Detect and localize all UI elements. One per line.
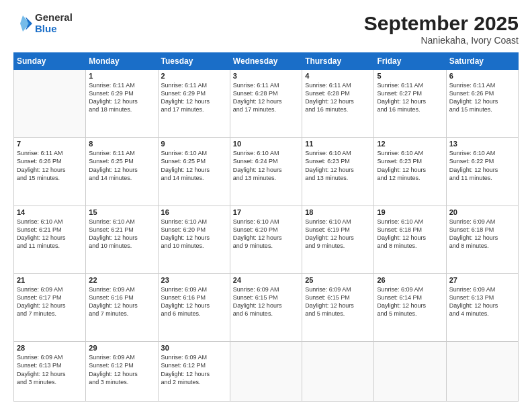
day-number: 8 bbox=[89, 140, 154, 148]
day-content: Sunrise: 6:10 AMSunset: 6:20 PMDaylight:… bbox=[161, 218, 227, 250]
table-row: 22Sunrise: 6:09 AMSunset: 6:16 PMDayligh… bbox=[86, 273, 158, 341]
table-row: 11Sunrise: 6:10 AMSunset: 6:23 PMDayligh… bbox=[302, 138, 374, 205]
day-number: 18 bbox=[305, 208, 371, 216]
table-row: 3Sunrise: 6:11 AMSunset: 6:28 PMDaylight… bbox=[230, 70, 302, 138]
header-saturday: Saturday bbox=[446, 53, 518, 70]
day-content: Sunrise: 6:11 AMSunset: 6:28 PMDaylight:… bbox=[305, 81, 371, 114]
table-row: 8Sunrise: 6:11 AMSunset: 6:25 PMDaylight… bbox=[86, 138, 158, 205]
day-content: Sunrise: 6:09 AMSunset: 6:16 PMDaylight:… bbox=[161, 285, 227, 318]
day-number: 1 bbox=[89, 72, 154, 80]
table-row bbox=[446, 342, 518, 402]
day-number: 2 bbox=[161, 72, 227, 80]
day-number: 17 bbox=[233, 208, 299, 216]
day-content: Sunrise: 6:09 AMSunset: 6:12 PMDaylight:… bbox=[161, 353, 227, 386]
header-thursday: Thursday bbox=[302, 53, 374, 70]
header-friday: Friday bbox=[374, 53, 446, 70]
day-content: Sunrise: 6:10 AMSunset: 6:25 PMDaylight:… bbox=[161, 149, 227, 182]
table-row: 29Sunrise: 6:09 AMSunset: 6:12 PMDayligh… bbox=[86, 342, 158, 402]
day-content: Sunrise: 6:10 AMSunset: 6:22 PMDaylight:… bbox=[449, 149, 515, 182]
day-number: 29 bbox=[89, 344, 154, 352]
table-row: 26Sunrise: 6:09 AMSunset: 6:14 PMDayligh… bbox=[374, 273, 446, 341]
day-number: 26 bbox=[377, 276, 443, 284]
header-monday: Monday bbox=[86, 53, 158, 70]
day-number: 19 bbox=[377, 208, 443, 216]
table-row: 24Sunrise: 6:09 AMSunset: 6:15 PMDayligh… bbox=[230, 273, 302, 341]
day-number: 22 bbox=[89, 276, 154, 284]
day-number: 16 bbox=[161, 208, 227, 216]
day-content: Sunrise: 6:11 AMSunset: 6:26 PMDaylight:… bbox=[449, 81, 515, 114]
day-number: 27 bbox=[449, 276, 515, 284]
day-content: Sunrise: 6:10 AMSunset: 6:21 PMDaylight:… bbox=[17, 218, 83, 250]
day-content: Sunrise: 6:09 AMSunset: 6:15 PMDaylight:… bbox=[233, 285, 299, 318]
day-content: Sunrise: 6:11 AMSunset: 6:25 PMDaylight:… bbox=[89, 149, 154, 182]
day-content: Sunrise: 6:10 AMSunset: 6:23 PMDaylight:… bbox=[305, 149, 371, 182]
day-number: 21 bbox=[17, 276, 83, 284]
day-content: Sunrise: 6:10 AMSunset: 6:21 PMDaylight:… bbox=[89, 218, 154, 250]
day-number: 12 bbox=[377, 140, 443, 148]
table-row: 27Sunrise: 6:09 AMSunset: 6:13 PMDayligh… bbox=[446, 273, 518, 341]
day-content: Sunrise: 6:10 AMSunset: 6:23 PMDaylight:… bbox=[377, 149, 443, 182]
table-row: 18Sunrise: 6:10 AMSunset: 6:19 PMDayligh… bbox=[302, 205, 374, 273]
table-row: 15Sunrise: 6:10 AMSunset: 6:21 PMDayligh… bbox=[86, 205, 158, 273]
day-number: 15 bbox=[89, 208, 154, 216]
logo-line1: General bbox=[35, 12, 73, 24]
day-content: Sunrise: 6:11 AMSunset: 6:29 PMDaylight:… bbox=[89, 81, 154, 114]
page-header: General Blue September 2025 Naniekaha, I… bbox=[13, 12, 519, 46]
table-row: 25Sunrise: 6:09 AMSunset: 6:15 PMDayligh… bbox=[302, 273, 374, 341]
day-content: Sunrise: 6:11 AMSunset: 6:28 PMDaylight:… bbox=[233, 81, 299, 114]
day-content: Sunrise: 6:10 AMSunset: 6:24 PMDaylight:… bbox=[233, 149, 299, 182]
table-row bbox=[230, 342, 302, 402]
calendar-header-row: Sunday Monday Tuesday Wednesday Thursday… bbox=[14, 53, 519, 70]
day-content: Sunrise: 6:09 AMSunset: 6:17 PMDaylight:… bbox=[17, 285, 83, 318]
logo-line2: Blue bbox=[35, 24, 73, 35]
day-number: 7 bbox=[17, 140, 83, 148]
svg-marker-1 bbox=[20, 15, 30, 32]
day-number: 9 bbox=[161, 140, 227, 148]
day-number: 20 bbox=[449, 208, 515, 216]
day-number: 4 bbox=[305, 72, 371, 80]
day-content: Sunrise: 6:09 AMSunset: 6:18 PMDaylight:… bbox=[449, 218, 515, 250]
day-number: 23 bbox=[161, 276, 227, 284]
table-row: 9Sunrise: 6:10 AMSunset: 6:25 PMDaylight… bbox=[158, 138, 230, 205]
day-content: Sunrise: 6:09 AMSunset: 6:16 PMDaylight:… bbox=[89, 285, 154, 318]
header-wednesday: Wednesday bbox=[230, 53, 302, 70]
day-number: 24 bbox=[233, 276, 299, 284]
day-number: 3 bbox=[233, 72, 299, 80]
day-number: 6 bbox=[449, 72, 515, 80]
table-row: 14Sunrise: 6:10 AMSunset: 6:21 PMDayligh… bbox=[14, 205, 86, 273]
day-content: Sunrise: 6:09 AMSunset: 6:15 PMDaylight:… bbox=[305, 285, 371, 318]
month-year-title: September 2025 bbox=[364, 12, 519, 35]
day-content: Sunrise: 6:10 AMSunset: 6:19 PMDaylight:… bbox=[305, 218, 371, 250]
day-number: 28 bbox=[17, 344, 83, 352]
table-row: 1Sunrise: 6:11 AMSunset: 6:29 PMDaylight… bbox=[86, 70, 158, 138]
location-subtitle: Naniekaha, Ivory Coast bbox=[364, 35, 519, 46]
logo: General Blue bbox=[13, 12, 73, 34]
day-number: 10 bbox=[233, 140, 299, 148]
table-row: 20Sunrise: 6:09 AMSunset: 6:18 PMDayligh… bbox=[446, 205, 518, 273]
calendar-table: Sunday Monday Tuesday Wednesday Thursday… bbox=[13, 52, 519, 402]
day-content: Sunrise: 6:09 AMSunset: 6:14 PMDaylight:… bbox=[377, 285, 443, 318]
table-row: 19Sunrise: 6:10 AMSunset: 6:18 PMDayligh… bbox=[374, 205, 446, 273]
day-number: 13 bbox=[449, 140, 515, 148]
table-row: 7Sunrise: 6:11 AMSunset: 6:26 PMDaylight… bbox=[14, 138, 86, 205]
table-row: 6Sunrise: 6:11 AMSunset: 6:26 PMDaylight… bbox=[446, 70, 518, 138]
table-row: 2Sunrise: 6:11 AMSunset: 6:29 PMDaylight… bbox=[158, 70, 230, 138]
table-row: 21Sunrise: 6:09 AMSunset: 6:17 PMDayligh… bbox=[14, 273, 86, 341]
table-row: 12Sunrise: 6:10 AMSunset: 6:23 PMDayligh… bbox=[374, 138, 446, 205]
day-number: 30 bbox=[161, 344, 227, 352]
logo-text: General Blue bbox=[35, 12, 73, 34]
table-row: 17Sunrise: 6:10 AMSunset: 6:20 PMDayligh… bbox=[230, 205, 302, 273]
title-block: September 2025 Naniekaha, Ivory Coast bbox=[364, 12, 519, 46]
header-sunday: Sunday bbox=[14, 53, 86, 70]
table-row: 5Sunrise: 6:11 AMSunset: 6:27 PMDaylight… bbox=[374, 70, 446, 138]
table-row: 30Sunrise: 6:09 AMSunset: 6:12 PMDayligh… bbox=[158, 342, 230, 402]
day-number: 14 bbox=[17, 208, 83, 216]
table-row bbox=[374, 342, 446, 402]
table-row bbox=[14, 70, 86, 138]
header-tuesday: Tuesday bbox=[158, 53, 230, 70]
day-content: Sunrise: 6:11 AMSunset: 6:26 PMDaylight:… bbox=[17, 149, 83, 182]
logo-icon bbox=[13, 14, 32, 33]
table-row: 4Sunrise: 6:11 AMSunset: 6:28 PMDaylight… bbox=[302, 70, 374, 138]
day-number: 11 bbox=[305, 140, 371, 148]
table-row: 13Sunrise: 6:10 AMSunset: 6:22 PMDayligh… bbox=[446, 138, 518, 205]
